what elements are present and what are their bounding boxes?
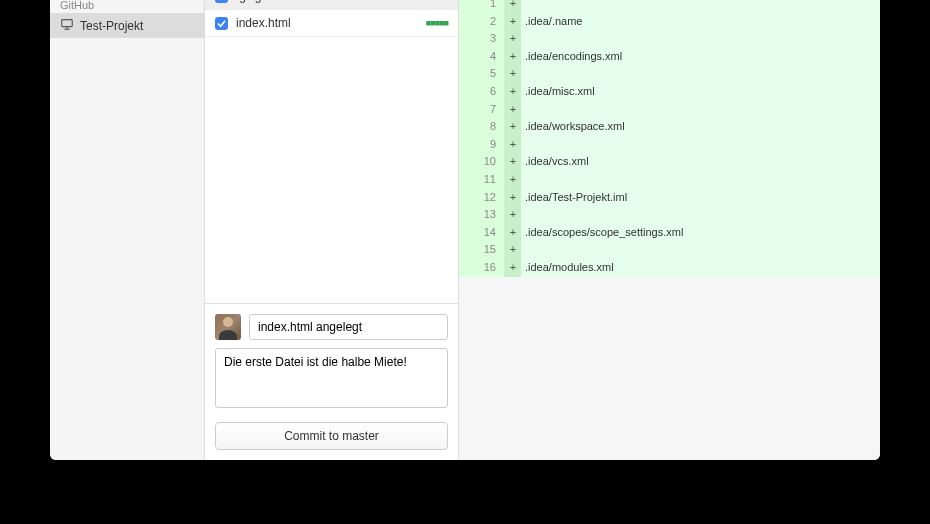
diff-content	[521, 65, 880, 83]
sidebar-section-header: GitHub	[50, 0, 204, 13]
diff-line: 16+.idea/modules.xml	[459, 259, 880, 277]
diff-empty-area	[459, 277, 880, 461]
sidebar: GitHub Test-Projekt	[50, 0, 205, 460]
diff-line: 1+	[459, 0, 880, 13]
diff-line: 8+.idea/workspace.xml	[459, 118, 880, 136]
diff-line: 2+.idea/.name	[459, 13, 880, 31]
monitor-icon	[60, 17, 74, 34]
file-checkbox[interactable]	[215, 0, 228, 3]
line-number: 12	[459, 189, 505, 207]
diff-content: .idea/workspace.xml	[521, 118, 880, 136]
file-row[interactable]: .gitignore ■■■■■	[205, 0, 458, 10]
file-row[interactable]: index.html ■■■■■	[205, 10, 458, 37]
plus-icon: +	[505, 206, 521, 224]
commit-area: Commit to master	[205, 303, 458, 460]
diff-content	[521, 101, 880, 119]
line-number: 8	[459, 118, 505, 136]
diff-content	[521, 206, 880, 224]
diff-content: .idea/Test-Projekt.iml	[521, 189, 880, 207]
diff-line: 9+	[459, 136, 880, 154]
commit-button[interactable]: Commit to master	[215, 422, 448, 450]
diff-line: 5+	[459, 65, 880, 83]
line-number: 2	[459, 13, 505, 31]
diff-content: .idea/modules.xml	[521, 259, 880, 277]
plus-icon: +	[505, 83, 521, 101]
diff-line: 14+.idea/scopes/scope_settings.xml	[459, 224, 880, 242]
diff-line: 6+.idea/misc.xml	[459, 83, 880, 101]
diff-panel[interactable]: 1+2+.idea/.name3+4+.idea/encodings.xml5+…	[459, 0, 880, 460]
file-name: index.html	[236, 16, 418, 30]
line-number: 4	[459, 48, 505, 66]
line-number: 1	[459, 0, 505, 13]
diff-content	[521, 136, 880, 154]
plus-icon: +	[505, 241, 521, 259]
plus-icon: +	[505, 13, 521, 31]
diff-line: 11+	[459, 171, 880, 189]
diff-content	[521, 171, 880, 189]
plus-icon: +	[505, 224, 521, 242]
avatar	[215, 314, 241, 340]
sidebar-item-label: Test-Projekt	[80, 19, 143, 33]
diff-line: 3+	[459, 30, 880, 48]
commit-description-input[interactable]	[215, 348, 448, 408]
line-number: 16	[459, 259, 505, 277]
plus-icon: +	[505, 259, 521, 277]
diff-content: .idea/misc.xml	[521, 83, 880, 101]
file-status-badge: ■■■■■	[426, 18, 448, 28]
diff-content: .idea/.name	[521, 13, 880, 31]
sidebar-item-repo[interactable]: Test-Projekt	[50, 13, 204, 38]
line-number: 5	[459, 65, 505, 83]
svg-rect-0	[62, 20, 73, 27]
plus-icon: +	[505, 153, 521, 171]
line-number: 9	[459, 136, 505, 154]
plus-icon: +	[505, 189, 521, 207]
diff-line: 12+.idea/Test-Projekt.iml	[459, 189, 880, 207]
plus-icon: +	[505, 118, 521, 136]
diff-content: .idea/encodings.xml	[521, 48, 880, 66]
file-list: .gitignore ■■■■■ index.html ■■■■■	[205, 0, 458, 303]
line-number: 7	[459, 101, 505, 119]
diff-line: 15+	[459, 241, 880, 259]
commit-summary-row	[215, 314, 448, 340]
plus-icon: +	[505, 30, 521, 48]
diff-content	[521, 241, 880, 259]
app-window: GitHub Test-Projekt .gitignore ■■■■■	[50, 0, 880, 460]
changes-panel: .gitignore ■■■■■ index.html ■■■■■ Commit…	[205, 0, 459, 460]
line-number: 11	[459, 171, 505, 189]
plus-icon: +	[505, 171, 521, 189]
diff-line: 13+	[459, 206, 880, 224]
file-checkbox[interactable]	[215, 17, 228, 30]
plus-icon: +	[505, 101, 521, 119]
plus-icon: +	[505, 48, 521, 66]
line-number: 14	[459, 224, 505, 242]
line-number: 10	[459, 153, 505, 171]
diff-content	[521, 30, 880, 48]
file-name: .gitignore	[236, 0, 418, 3]
plus-icon: +	[505, 136, 521, 154]
diff-content	[521, 0, 880, 13]
plus-icon: +	[505, 0, 521, 13]
commit-summary-input[interactable]	[249, 314, 448, 340]
diff-content: .idea/scopes/scope_settings.xml	[521, 224, 880, 242]
diff-content: .idea/vcs.xml	[521, 153, 880, 171]
line-number: 13	[459, 206, 505, 224]
diff-line: 7+	[459, 101, 880, 119]
line-number: 15	[459, 241, 505, 259]
diff-line: 10+.idea/vcs.xml	[459, 153, 880, 171]
plus-icon: +	[505, 65, 521, 83]
line-number: 6	[459, 83, 505, 101]
diff-line: 4+.idea/encodings.xml	[459, 48, 880, 66]
file-status-badge: ■■■■■	[426, 0, 448, 1]
line-number: 3	[459, 30, 505, 48]
